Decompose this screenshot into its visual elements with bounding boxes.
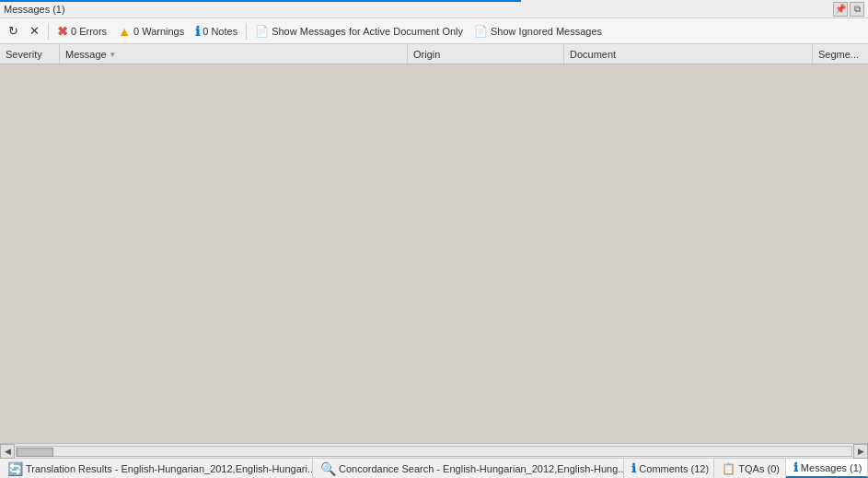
scrollbar-thumb[interactable] — [17, 448, 53, 457]
float-button[interactable]: ⧉ — [850, 2, 864, 17]
tqas-icon: 📋 — [722, 462, 735, 475]
scrollbar-track[interactable] — [16, 446, 852, 457]
notes-button[interactable]: ℹ 0 Notes — [191, 21, 242, 41]
col-segment-label: Segme... — [818, 49, 859, 60]
col-severity-label: Severity — [6, 49, 42, 60]
show-active-doc-label: Show Messages for Active Document Only — [272, 26, 463, 37]
comments-label: Comments (12) — [639, 463, 709, 474]
scroll-right-button[interactable]: ▶ — [853, 444, 868, 459]
refresh-button[interactable]: ↻ — [4, 21, 23, 41]
warning-icon: ▲ — [118, 24, 131, 39]
col-header-segment[interactable]: Segme... — [813, 44, 868, 64]
info-icon: ℹ — [195, 24, 200, 39]
toolbar-divider-2 — [246, 23, 247, 40]
messages-label: Messages (1) — [801, 462, 862, 473]
title-bar-right: 📌 ⧉ — [833, 2, 864, 17]
pin-icon: 📌 — [835, 4, 846, 14]
col-document-label: Document — [570, 49, 616, 60]
status-tab-messages[interactable]: ℹ Messages (1) — [786, 459, 868, 478]
show-active-doc-button[interactable]: 📄 Show Messages for Active Document Only — [250, 22, 468, 41]
window-title: Messages (1) — [4, 4, 65, 15]
status-tab-concordance-search[interactable]: 🔍 Concordance Search - English-Hungarian… — [313, 459, 624, 478]
doc-icon: 📄 — [255, 25, 269, 38]
column-headers: Severity Message ▾ Origin Document Segme… — [0, 44, 868, 64]
warnings-label: 0 Warnings — [133, 26, 184, 37]
messages-content-area — [0, 64, 868, 443]
toolbar: ↻ ✕ ✖ 0 Errors ▲ 0 Warnings ℹ 0 Notes 📄 … — [0, 18, 868, 44]
col-header-origin[interactable]: Origin — [408, 44, 564, 64]
status-tab-comments[interactable]: ℹ Comments (12) — [624, 459, 714, 478]
title-bar-left: Messages (1) — [4, 4, 65, 15]
warnings-button[interactable]: ▲ 0 Warnings — [113, 21, 189, 41]
scroll-left-button[interactable]: ◀ — [0, 444, 15, 459]
ignored-doc-icon: 📄 — [474, 25, 488, 38]
col-header-document[interactable]: Document — [564, 44, 813, 64]
col-origin-label: Origin — [413, 49, 440, 60]
translation-results-label: Translation Results - English-Hungarian_… — [26, 463, 313, 474]
show-ignored-button[interactable]: 📄 Show Ignored Messages — [469, 22, 607, 41]
concordance-tab-icon: 🔍 — [320, 461, 336, 476]
translation-tab-icon: 🔄 — [7, 461, 23, 476]
status-bar: 🔄 Translation Results - English-Hungaria… — [0, 458, 868, 478]
col-header-message[interactable]: Message ▾ — [60, 44, 408, 64]
toolbar-divider-1 — [48, 23, 49, 40]
notes-label: 0 Notes — [203, 26, 237, 37]
col-header-severity[interactable]: Severity — [0, 44, 60, 64]
pin-button[interactable]: 📌 — [833, 2, 848, 17]
clear-button[interactable]: ✕ — [25, 21, 44, 41]
comments-icon: ℹ — [631, 461, 636, 475]
progress-line — [0, 0, 521, 2]
errors-label: 0 Errors — [71, 26, 107, 37]
concordance-search-label: Concordance Search - English-Hungarian_2… — [339, 463, 624, 474]
sort-icon: ▾ — [110, 50, 115, 59]
title-bar: Messages (1) 📌 ⧉ — [0, 0, 868, 18]
refresh-icon: ↻ — [8, 24, 18, 38]
status-tab-translation-results[interactable]: 🔄 Translation Results - English-Hungaria… — [0, 459, 313, 478]
error-icon: ✖ — [57, 24, 68, 39]
show-ignored-label: Show Ignored Messages — [491, 26, 602, 37]
col-message-label: Message — [65, 49, 107, 60]
status-tab-tqas[interactable]: 📋 TQAs (0) — [714, 459, 786, 478]
messages-tab-icon: ℹ — [793, 461, 798, 474]
float-icon: ⧉ — [854, 4, 861, 15]
errors-button[interactable]: ✖ 0 Errors — [52, 21, 111, 41]
tqas-label: TQAs (0) — [738, 463, 780, 474]
horizontal-scrollbar[interactable]: ◀ ▶ — [0, 443, 868, 458]
clear-icon: ✕ — [29, 24, 40, 38]
